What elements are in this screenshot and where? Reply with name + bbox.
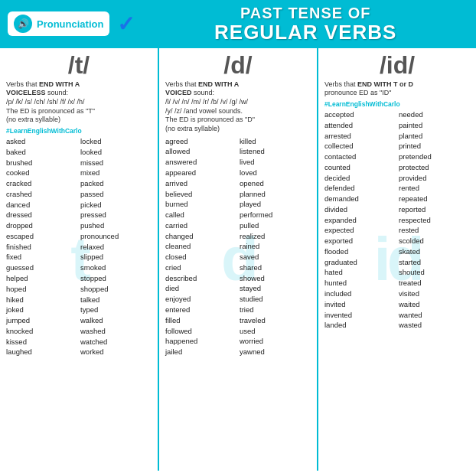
col-id-words: accepted attended arrested collected con… — [324, 109, 470, 331]
word: passed — [80, 189, 152, 200]
header-bar: 🔊 Pronunciation ✓ PAST TENSE OF REGULAR … — [0, 0, 476, 48]
word: studied — [240, 294, 311, 305]
word: performed — [240, 210, 311, 220]
word: shopped — [80, 284, 152, 295]
word: contacted — [324, 152, 396, 162]
word: repeated — [399, 194, 470, 204]
word: burned — [165, 199, 236, 210]
word: called — [165, 210, 236, 220]
word: missed — [80, 158, 152, 168]
word: planted — [399, 131, 470, 142]
word: tried — [240, 305, 311, 315]
word: waited — [399, 299, 470, 310]
word: decided — [324, 173, 396, 184]
word: included — [324, 289, 396, 299]
word: joked — [6, 305, 77, 315]
word: attended — [324, 120, 396, 131]
word: pronounced — [80, 231, 152, 242]
col-t-header: /t/ — [6, 53, 152, 77]
word: skated — [399, 246, 470, 257]
word: demanded — [324, 194, 396, 204]
word: rented — [399, 183, 470, 194]
col-t-hashtag: #LearnEnglishWithCarlo — [6, 127, 152, 135]
word: danced — [6, 200, 77, 210]
word: accepted — [324, 109, 396, 120]
word: worried — [240, 336, 311, 347]
word: pulled — [240, 220, 311, 231]
word: kissed — [6, 337, 77, 347]
word: closed — [165, 252, 236, 262]
word: cracked — [6, 178, 77, 189]
word: exported — [324, 236, 396, 246]
word: printed — [399, 141, 470, 152]
title-bottom: REGULAR VERBS — [142, 21, 468, 44]
word: mixed — [80, 168, 152, 178]
word: protected — [399, 162, 470, 173]
word: jailed — [165, 347, 236, 357]
col-id-words-right: needed painted planted printed pretended… — [399, 109, 470, 331]
col-t: t /t/ Verbs that END WITH AVOICELESS sou… — [0, 48, 159, 471]
word: laughed — [6, 347, 77, 357]
word: divided — [324, 204, 396, 215]
word: saved — [240, 252, 311, 262]
word: allowed — [165, 146, 236, 157]
word: crashed — [6, 189, 77, 200]
word: provided — [399, 173, 470, 184]
word: hiked — [6, 295, 77, 305]
col-id-desc: Verbs that END WITH T or D pronounce ED … — [324, 80, 470, 98]
word: hunted — [324, 278, 396, 289]
word: landed — [324, 320, 396, 331]
col-id-hashtag: #LearnEnglishWithCarlo — [324, 100, 470, 108]
word: started — [399, 257, 470, 268]
checkmark-icon: ✓ — [117, 11, 135, 37]
word: slipped — [80, 252, 152, 262]
word: fixed — [6, 252, 77, 262]
pronunciation-box: 🔊 Pronunciation — [8, 11, 109, 36]
word: painted — [399, 120, 470, 131]
word: escaped — [6, 231, 77, 242]
word: entered — [165, 305, 236, 315]
col-id: id /id/ Verbs that END WITH T or D prono… — [318, 48, 476, 471]
word: appeared — [165, 168, 236, 178]
word: realized — [240, 231, 311, 242]
word: treated — [399, 278, 470, 289]
word: invented — [324, 310, 396, 321]
word: happened — [165, 336, 236, 347]
col-t-words-right: locked looked missed mixed packed passed… — [80, 136, 152, 357]
word: stayed — [240, 283, 311, 294]
word: cleaned — [165, 241, 236, 252]
word: played — [240, 199, 311, 210]
word: asked — [6, 136, 77, 147]
word: rained — [240, 241, 311, 252]
col-d: d /d/ Verbs that END WITH AVOICED sound:… — [159, 48, 318, 471]
word: shared — [240, 262, 311, 273]
word: opened — [240, 178, 311, 189]
word: listened — [240, 146, 311, 157]
word: dropped — [6, 220, 77, 231]
word: cried — [165, 262, 236, 273]
title-top: PAST TENSE OF — [142, 5, 468, 21]
col-t-words: asked baked brushed cooked cracked crash… — [6, 136, 152, 357]
word: dressed — [6, 210, 77, 220]
col-id-header: /id/ — [324, 53, 470, 77]
word: respected — [399, 215, 470, 226]
word: planned — [240, 189, 311, 200]
word: locked — [80, 136, 152, 147]
word: killed — [240, 136, 311, 147]
word: answered — [165, 157, 236, 168]
word: described — [165, 273, 236, 284]
word: baked — [6, 147, 77, 158]
word: followed — [165, 326, 236, 337]
word: rested — [399, 225, 470, 236]
word: scolded — [399, 236, 470, 246]
word: traveled — [240, 315, 311, 326]
word: arrived — [165, 178, 236, 189]
word: filled — [165, 315, 236, 326]
word: believed — [165, 189, 236, 200]
word: hoped — [6, 284, 77, 295]
word: enjoyed — [165, 294, 236, 305]
word: agreed — [165, 136, 236, 147]
word: used — [240, 326, 311, 337]
word: flooded — [324, 246, 396, 257]
word: knocked — [6, 326, 77, 337]
